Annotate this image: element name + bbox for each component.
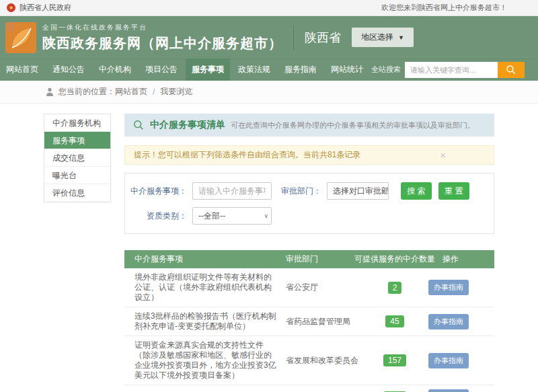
- qualification-category-label: 资质类别：: [125, 210, 192, 222]
- nav-item-guide[interactable]: 服务指南: [278, 58, 323, 81]
- dept-cell: 省药品监督管理局: [286, 316, 365, 327]
- nav-item-home[interactable]: 网站首页: [0, 58, 44, 81]
- reset-button[interactable]: 重 置: [438, 182, 469, 200]
- breadcrumb-home-link[interactable]: 网站首页: [115, 86, 147, 97]
- main-nav: 网站首页 通知公告 中介机构 项目公告 服务事项 政策法规 服务指南 网站统计 …: [0, 58, 538, 81]
- service-item-cell: 证明资金来源真实合规的支持性文件（除涉及敏感国家和地区、敏感行业的企业境外投资项…: [124, 340, 286, 381]
- section-title: 中介服务事项清单: [150, 119, 225, 131]
- chevron-down-icon: ∨: [381, 183, 385, 199]
- guide-button[interactable]: 办事指南: [428, 314, 469, 329]
- col-header-item: 中介服务事项: [124, 253, 286, 265]
- count-badge: 157: [383, 354, 406, 366]
- qualification-category-select[interactable]: --全部-- ∨: [192, 207, 272, 225]
- count-badge: 45: [385, 315, 404, 327]
- nav-item-policies[interactable]: 政策法规: [232, 58, 276, 81]
- table-header-row: 中介服务事项 审批部门 可提供服务的中介数量 操作: [124, 250, 494, 268]
- service-item-input[interactable]: [192, 182, 272, 200]
- platform-label: 全国一体化在线政务服务平台: [42, 23, 282, 32]
- site-title: 陕西政务服务网（网上中介服务超市）: [42, 34, 282, 52]
- welcome-message: 欢迎您来到陕西省网上中介服务超市！: [381, 3, 507, 13]
- site-logo-icon: [5, 22, 36, 53]
- site-search-label: 全站搜索: [371, 65, 401, 75]
- approval-dept-select[interactable]: 选择对口审批部门 ∨: [327, 182, 389, 200]
- sidebar-item-services[interactable]: 服务事项: [44, 132, 110, 149]
- nav-item-notices[interactable]: 通知公告: [46, 58, 91, 81]
- nav-item-statistics[interactable]: 网站统计: [325, 58, 369, 81]
- nav-item-agencies[interactable]: 中介机构: [93, 58, 137, 81]
- sidebar-item-transactions[interactable]: 成交信息: [44, 149, 110, 167]
- section-description: 可在此查询中介服务网办理的中介服务事项相关的审批事项以及审批部门。: [231, 120, 475, 130]
- table-row: 境外非政府组织证明文件等有关材料的公证、认证（境外非政府组织代表机构设立） 省公…: [124, 268, 494, 307]
- sidebar-item-exposure[interactable]: 曝光台: [44, 167, 110, 184]
- breadcrumb-prefix: 您当前的位置：: [59, 86, 115, 97]
- service-item-cell: 连续3批样品的检验报告书（医疗机构制剂补充申请-变更委托配制单位）: [124, 311, 286, 331]
- service-item-cell: 境外非政府组织证明文件等有关材料的公证、认证（境外非政府组织代表机构设立）: [124, 272, 286, 303]
- breadcrumb: 您当前的位置： 网站首页 / 我要浏览: [0, 81, 538, 104]
- dept-cell: 省公安厅: [286, 282, 365, 293]
- main-panel: 中介服务事项清单 可在此查询中介服务网办理的中介服务事项相关的审批事项以及审批部…: [124, 114, 494, 392]
- guide-button[interactable]: 办事指南: [428, 353, 469, 368]
- tip-bar: 提示！您可以根据下列筛选条件自由组合查询。当前共81条记录 ×: [124, 145, 494, 165]
- approval-dept-label: 审批部门：: [281, 186, 321, 197]
- sidebar: 中介服务机构 服务事项 成交信息 曝光台 评价信息: [44, 114, 111, 202]
- tip-text: 提示！您可以根据下列筛选条件自由组合查询。当前共81条记录: [134, 149, 360, 161]
- sidebar-item-reviews[interactable]: 评价信息: [44, 184, 110, 202]
- col-header-action: 操作: [438, 253, 494, 265]
- count-badge: 2: [388, 282, 402, 294]
- service-item-label: 中介服务事项：: [125, 186, 192, 197]
- table-row: 验资报告（民办非企业单位成立登记） 省民政厅 157 办事指南: [124, 385, 494, 392]
- search-icon: [132, 119, 145, 131]
- guide-button[interactable]: 办事指南: [428, 389, 469, 392]
- region-name: 陕西省: [305, 30, 341, 46]
- government-site-link[interactable]: 陕西省人民政府: [20, 3, 71, 13]
- filter-panel: 中介服务事项： 审批部门： 选择对口审批部门 ∨ 搜 索 重 置 资质类别： -…: [124, 173, 494, 234]
- topbar: ★ 陕西省人民政府 欢迎您来到陕西省网上中介服务超市！: [0, 0, 538, 16]
- dept-cell: 省发展和改革委员会: [286, 355, 365, 366]
- search-icon: [506, 65, 516, 75]
- location-person-icon: [46, 87, 54, 97]
- region-select-button[interactable]: 地区选择 ▼: [352, 28, 414, 47]
- breadcrumb-separator: /: [153, 87, 155, 97]
- site-search-input[interactable]: [405, 62, 498, 78]
- guide-button[interactable]: 办事指南: [428, 280, 469, 295]
- table-row: 连续3批样品的检验报告书（医疗机构制剂补充申请-变更委托配制单位） 省药品监督管…: [124, 307, 494, 336]
- breadcrumb-current-link[interactable]: 我要浏览: [160, 86, 192, 97]
- divider: [293, 26, 294, 50]
- search-button[interactable]: 搜 索: [401, 182, 432, 200]
- site-header: 全国一体化在线政务服务平台 陕西政务服务网（网上中介服务超市） 陕西省 地区选择…: [0, 16, 538, 58]
- site-search-button[interactable]: [498, 62, 525, 78]
- services-table: 中介服务事项 审批部门 可提供服务的中介数量 操作 境外非政府组织证明文件等有关…: [124, 250, 494, 392]
- national-emblem-icon: ★: [7, 3, 15, 12]
- section-title-bar: 中介服务事项清单 可在此查询中介服务网办理的中介服务事项相关的审批事项以及审批部…: [124, 114, 494, 136]
- close-icon[interactable]: ×: [440, 150, 446, 160]
- nav-item-projects[interactable]: 项目公告: [139, 58, 184, 81]
- table-row: 证明资金来源真实合规的支持性文件（除涉及敏感国家和地区、敏感行业的企业境外投资项…: [124, 336, 494, 385]
- nav-item-services[interactable]: 服务事项: [186, 58, 230, 81]
- chevron-down-icon: ∨: [264, 208, 268, 224]
- col-header-count: 可提供服务的中介数量: [365, 253, 438, 265]
- sidebar-item-agencies[interactable]: 中介服务机构: [44, 114, 110, 132]
- chevron-down-icon: ▼: [398, 34, 404, 41]
